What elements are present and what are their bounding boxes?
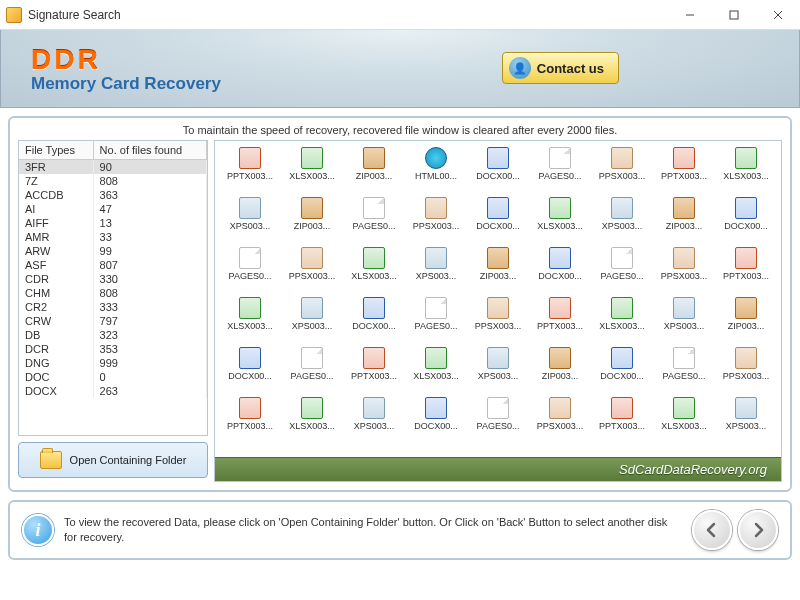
- forward-button[interactable]: [738, 510, 778, 550]
- file-item[interactable]: PAGES0...: [219, 247, 281, 295]
- table-row[interactable]: DOC0: [19, 370, 207, 384]
- back-button[interactable]: [692, 510, 732, 550]
- file-item[interactable]: XLSX003...: [715, 147, 777, 195]
- file-item[interactable]: PAGES0...: [343, 197, 405, 245]
- file-item[interactable]: XPS003...: [405, 247, 467, 295]
- minimize-button[interactable]: [668, 0, 712, 29]
- app-icon: [6, 7, 22, 23]
- file-item[interactable]: PAGES0...: [281, 347, 343, 395]
- file-item[interactable]: XLSX003...: [343, 247, 405, 295]
- table-row[interactable]: 3FR90: [19, 160, 207, 175]
- file-item[interactable]: XPS003...: [653, 297, 715, 345]
- pptx-icon: [611, 397, 633, 419]
- file-item[interactable]: XPS003...: [467, 347, 529, 395]
- file-item[interactable]: PAGES0...: [467, 397, 529, 445]
- open-containing-folder-button[interactable]: Open Containing Folder: [18, 442, 208, 478]
- file-item[interactable]: PPSX003...: [467, 297, 529, 345]
- file-label: XLSX003...: [289, 171, 335, 181]
- logo-main: DDR: [31, 44, 221, 76]
- table-row[interactable]: CDR330: [19, 272, 207, 286]
- file-item[interactable]: XLSX003...: [405, 347, 467, 395]
- file-item[interactable]: XLSX003...: [529, 197, 591, 245]
- col-files-found[interactable]: No. of files found: [93, 141, 206, 160]
- docx-icon: [425, 397, 447, 419]
- table-row[interactable]: AIFF13: [19, 216, 207, 230]
- file-item[interactable]: PPTX003...: [715, 247, 777, 295]
- table-row[interactable]: DNG999: [19, 356, 207, 370]
- maximize-button[interactable]: [712, 0, 756, 29]
- file-item[interactable]: XLSX003...: [219, 297, 281, 345]
- file-item[interactable]: XLSX003...: [281, 397, 343, 445]
- file-item[interactable]: PAGES0...: [405, 297, 467, 345]
- file-item[interactable]: PAGES0...: [529, 147, 591, 195]
- close-button[interactable]: [756, 0, 800, 29]
- table-row[interactable]: DB323: [19, 328, 207, 342]
- table-row[interactable]: CRW797: [19, 314, 207, 328]
- file-item[interactable]: XPS003...: [343, 397, 405, 445]
- file-item[interactable]: HTML00...: [405, 147, 467, 195]
- file-item[interactable]: PPTX003...: [219, 397, 281, 445]
- file-item[interactable]: ZIP003...: [343, 147, 405, 195]
- table-row[interactable]: ARW99: [19, 244, 207, 258]
- file-item[interactable]: XPS003...: [715, 397, 777, 445]
- file-item[interactable]: PAGES0...: [653, 347, 715, 395]
- file-item[interactable]: DOCX00...: [467, 197, 529, 245]
- recovered-files-panel: PPTX003...XLSX003...ZIP003...HTML00...DO…: [214, 140, 782, 482]
- file-item[interactable]: ZIP003...: [715, 297, 777, 345]
- file-item[interactable]: DOCX00...: [715, 197, 777, 245]
- zip-icon: [487, 247, 509, 269]
- table-row[interactable]: CR2333: [19, 300, 207, 314]
- file-item[interactable]: PPTX003...: [343, 347, 405, 395]
- col-file-types[interactable]: File Types: [19, 141, 93, 160]
- file-label: PPSX003...: [475, 321, 522, 331]
- file-item[interactable]: PPTX003...: [653, 147, 715, 195]
- table-row[interactable]: ACCDB363: [19, 188, 207, 202]
- files-grid[interactable]: PPTX003...XLSX003...ZIP003...HTML00...DO…: [215, 141, 781, 457]
- file-item[interactable]: PPSX003...: [653, 247, 715, 295]
- table-row[interactable]: DCR353: [19, 342, 207, 356]
- file-item[interactable]: PAGES0...: [591, 247, 653, 295]
- file-label: XLSX003...: [289, 421, 335, 431]
- zip-icon: [735, 297, 757, 319]
- contact-us-button[interactable]: 👤 Contact us: [502, 52, 619, 84]
- table-row[interactable]: AI47: [19, 202, 207, 216]
- file-item[interactable]: XLSX003...: [653, 397, 715, 445]
- file-item[interactable]: PPTX003...: [529, 297, 591, 345]
- table-row[interactable]: CHM808: [19, 286, 207, 300]
- file-item[interactable]: XPS003...: [281, 297, 343, 345]
- file-item[interactable]: XPS003...: [591, 197, 653, 245]
- xps-icon: [611, 197, 633, 219]
- table-row[interactable]: ASF807: [19, 258, 207, 272]
- file-item[interactable]: DOCX00...: [343, 297, 405, 345]
- file-item[interactable]: DOCX00...: [219, 347, 281, 395]
- file-label: DOCX00...: [414, 421, 458, 431]
- file-label: XPS003...: [478, 371, 519, 381]
- file-item[interactable]: PPSX003...: [715, 347, 777, 395]
- pptx-icon: [735, 247, 757, 269]
- file-item[interactable]: XLSX003...: [591, 297, 653, 345]
- table-row[interactable]: AMR33: [19, 230, 207, 244]
- file-item[interactable]: PPSX003...: [405, 197, 467, 245]
- file-item[interactable]: PPTX003...: [591, 397, 653, 445]
- file-item[interactable]: PPSX003...: [591, 147, 653, 195]
- window-title: Signature Search: [28, 8, 668, 22]
- file-item[interactable]: PPSX003...: [529, 397, 591, 445]
- file-item[interactable]: ZIP003...: [653, 197, 715, 245]
- pptx-icon: [239, 147, 261, 169]
- file-item[interactable]: DOCX00...: [591, 347, 653, 395]
- file-types-table[interactable]: File Types No. of files found 3FR907Z808…: [18, 140, 208, 436]
- table-row[interactable]: DOCX263: [19, 384, 207, 398]
- file-item[interactable]: ZIP003...: [529, 347, 591, 395]
- file-item[interactable]: ZIP003...: [467, 247, 529, 295]
- file-item[interactable]: DOCX00...: [405, 397, 467, 445]
- file-item[interactable]: PPSX003...: [281, 247, 343, 295]
- file-item[interactable]: PPTX003...: [219, 147, 281, 195]
- file-item[interactable]: DOCX00...: [467, 147, 529, 195]
- file-item[interactable]: XLSX003...: [281, 147, 343, 195]
- file-item[interactable]: XPS003...: [219, 197, 281, 245]
- file-label: HTML00...: [415, 171, 457, 181]
- file-item[interactable]: ZIP003...: [281, 197, 343, 245]
- file-item[interactable]: DOCX00...: [529, 247, 591, 295]
- table-row[interactable]: 7Z808: [19, 174, 207, 188]
- ppsx-icon: [301, 247, 323, 269]
